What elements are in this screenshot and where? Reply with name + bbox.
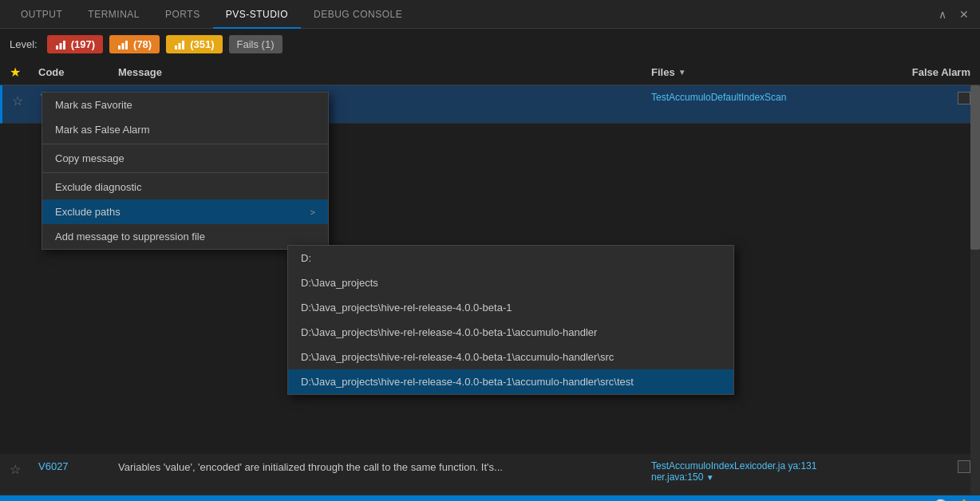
col-false-alarm-header: False Alarm [875,66,970,78]
level-label: Level: [10,38,38,50]
star-icon: ★ [10,65,21,79]
row2-dropdown-icon[interactable]: ▼ [706,473,714,482]
context-menu: Mark as Favorite Mark as False Alarm Cop… [41,92,329,250]
column-headers: ★ Code Message Files ▼ False Alarm [0,60,980,85]
submenu-item-5[interactable]: D:\Java_projects\hive-rel-release-4.0.0-… [288,345,733,369]
files-label: Files [651,66,675,78]
svg-rect-1 [59,43,61,49]
btn-fails-label: Fails (1) [237,38,275,50]
col-code-header: Code [38,66,118,78]
tab-bar-right: ∧ ✕ [935,8,972,21]
btn-fails[interactable]: Fails (1) [229,35,283,53]
ctx-item-exclude-diagnostic[interactable]: Exclude diagnostic [42,175,328,199]
col-star-header: ★ [10,65,38,80]
row2-star[interactable]: ☆ [10,460,38,477]
scrollbar-thumb[interactable] [970,85,980,250]
table-row: ☆ V6027 Variables 'value', 'encoded' are… [0,454,980,495]
btn-yellow-label: (351) [190,38,214,50]
svg-rect-2 [63,41,65,49]
tab-bar-left: OUTPUT TERMINAL PORTS PVS-STUDIO DEBUG C… [8,0,415,29]
row1-false-alarm-checkbox[interactable] [958,92,970,105]
bar-chart-red-icon [55,39,66,50]
row2-file-extra: ner.java:150 [651,471,703,483]
ctx-item-favorite[interactable]: Mark as Favorite [42,93,328,117]
svg-rect-0 [56,45,58,49]
row2-file-link[interactable]: TestAccumuloIndexLexicoder.ja ya:131 [651,460,816,471]
submenu-item-3[interactable]: D:\Java_projects\hive-rel-release-4.0.0-… [288,295,733,320]
tab-terminal[interactable]: TERMINAL [75,0,152,29]
svg-rect-8 [182,41,184,49]
bar-chart-orange-icon [117,39,128,50]
submenu-item-6[interactable]: D:\Java_projects\hive-rel-release-4.0.0-… [288,369,733,394]
row2-checkbox-area [875,460,970,473]
close-icon[interactable]: ✕ [956,8,972,21]
svg-rect-6 [175,45,177,49]
exclude-paths-label: Exclude paths [55,206,121,218]
level-btn-orange[interactable]: (78) [109,35,160,53]
row2-code[interactable]: V6027 [38,460,118,472]
submenu-chevron-icon: > [310,207,315,217]
rows-area: ☆ V6008 Potential null dereference of 'h… [0,85,980,495]
level-btn-yellow[interactable]: (351) [166,35,222,53]
col-files-header: Files ▼ [651,66,875,78]
btn-red-label: (197) [71,38,95,50]
tab-ports[interactable]: PORTS [152,0,213,29]
ctx-item-exclude-paths[interactable]: Exclude paths > [42,199,328,224]
minimize-icon[interactable]: ∧ [935,8,950,21]
submenu-item-2[interactable]: D:\Java_projects [288,270,733,295]
tab-bar: OUTPUT TERMINAL PORTS PVS-STUDIO DEBUG C… [0,0,980,29]
svg-rect-4 [122,43,124,49]
col-message-header: Message [118,66,651,78]
submenu: D: D:\Java_projects D:\Java_projects\hiv… [287,245,734,395]
toolbar: Level: (197) (78) (351) Fails (1) [0,29,980,60]
row1-star[interactable]: ☆ [12,92,41,108]
tab-debug-console[interactable]: DEBUG CONSOLE [301,0,415,29]
submenu-item-4[interactable]: D:\Java_projects\hive-rel-release-4.0.0-… [288,320,733,345]
svg-rect-3 [118,45,121,49]
ctx-item-add-suppression[interactable]: Add message to suppression file [42,224,328,249]
ctx-item-false-alarm[interactable]: Mark as False Alarm [42,117,328,142]
row1-checkbox-area [875,92,970,105]
bar-chart-yellow-icon [174,39,185,50]
sort-arrow-icon[interactable]: ▼ [678,68,686,77]
level-btn-red[interactable]: (197) [47,35,103,53]
btn-orange-label: (78) [133,38,152,50]
ctx-divider-2 [42,172,328,173]
status-bar: 🕐 🔔 [0,495,980,501]
tab-output[interactable]: OUTPUT [8,0,75,29]
submenu-item-1[interactable]: D: [288,246,733,270]
svg-rect-7 [179,43,181,49]
ctx-divider-1 [42,144,328,144]
row2-false-alarm-checkbox[interactable] [958,460,970,473]
row2-message: Variables 'value', 'encoded' are initial… [118,460,651,475]
svg-rect-5 [125,41,128,49]
scrollbar[interactable] [970,85,980,495]
ctx-item-copy-message[interactable]: Copy message [42,146,328,171]
main-area: ★ Code Message Files ▼ False Alarm ☆ V60… [0,60,980,495]
tab-pvs-studio[interactable]: PVS-STUDIO [213,0,301,29]
row1-file[interactable]: TestAccumuloDefaultIndexScan [651,92,875,103]
row2-file[interactable]: TestAccumuloIndexLexicoder.ja ya:131 ner… [651,460,875,483]
